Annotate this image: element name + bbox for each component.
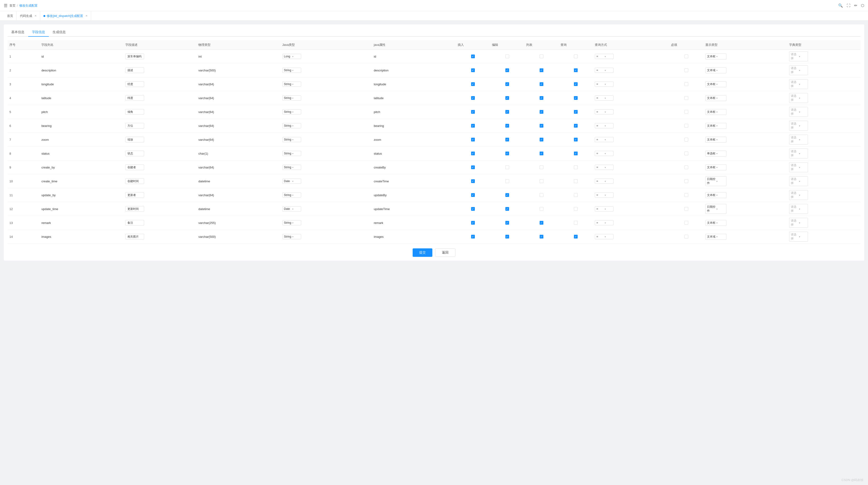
dict-select-wrapper[interactable]: 请选择▾	[789, 65, 808, 75]
dict-select-wrapper[interactable]: 请选择▾	[789, 232, 808, 241]
required-checkbox[interactable]	[684, 235, 688, 238]
edit-checkbox[interactable]	[505, 82, 509, 86]
query-checkbox[interactable]	[574, 221, 578, 225]
required-checkbox[interactable]	[684, 82, 688, 86]
dict-select-wrapper[interactable]: 请选择▾	[789, 204, 808, 214]
query-checkbox[interactable]	[574, 179, 578, 183]
javatype-select-wrapper[interactable]: String▾	[282, 220, 301, 225]
javatype-select-wrapper[interactable]: String▾	[282, 68, 301, 73]
list-checkbox[interactable]	[539, 207, 544, 211]
desc-input[interactable]	[125, 192, 144, 198]
dict-select-wrapper[interactable]: 请选择▾	[789, 135, 808, 144]
list-checkbox[interactable]	[539, 55, 544, 58]
list-checkbox[interactable]	[539, 165, 544, 169]
display-select-wrapper[interactable]: 文本框▾	[705, 123, 726, 129]
search-icon[interactable]: 🔍	[838, 3, 843, 8]
tab-home[interactable]: 首页	[4, 11, 17, 21]
required-checkbox[interactable]	[684, 110, 688, 114]
insert-checkbox[interactable]	[471, 179, 475, 183]
querytype-select-wrapper[interactable]: =▾	[595, 206, 614, 211]
insert-checkbox[interactable]	[471, 221, 475, 225]
dict-select-wrapper[interactable]: 请选择▾	[789, 93, 808, 103]
submit-button[interactable]: 提交	[413, 248, 432, 257]
list-checkbox[interactable]	[539, 235, 544, 238]
display-select-wrapper[interactable]: 日期控件▾	[705, 176, 726, 186]
desc-input[interactable]	[125, 123, 144, 129]
edit-checkbox[interactable]	[505, 165, 509, 169]
querytype-select-wrapper[interactable]: =▾	[595, 54, 614, 59]
insert-checkbox[interactable]	[471, 207, 475, 211]
query-checkbox[interactable]	[574, 138, 578, 141]
dict-select-wrapper[interactable]: 请选择▾	[789, 148, 808, 159]
edit-checkbox[interactable]	[505, 55, 509, 58]
javatype-select-wrapper[interactable]: String▾	[282, 193, 301, 198]
insert-checkbox[interactable]	[471, 110, 475, 114]
required-checkbox[interactable]	[684, 193, 688, 197]
desc-input[interactable]	[125, 165, 144, 170]
edit-checkbox[interactable]	[505, 179, 509, 183]
app-icon[interactable]: ⬡	[861, 3, 864, 8]
settings-icon[interactable]: ✏	[854, 3, 857, 8]
required-checkbox[interactable]	[684, 55, 688, 58]
display-select-wrapper[interactable]: 文本框▾	[705, 81, 726, 87]
javatype-select-wrapper[interactable]: String▾	[282, 165, 301, 170]
desc-input[interactable]	[125, 151, 144, 156]
edit-checkbox[interactable]	[505, 193, 509, 197]
tab-dispatch-config[interactable]: 修改[dd_dispatch]生成配置 ✕	[40, 11, 91, 21]
edit-checkbox[interactable]	[505, 124, 509, 127]
section-tab-basic[interactable]: 基本信息	[7, 28, 28, 37]
javatype-select-wrapper[interactable]: Long▾	[282, 54, 301, 59]
querytype-select-wrapper[interactable]: =▾	[595, 234, 614, 239]
edit-checkbox[interactable]	[505, 68, 509, 72]
dict-select-wrapper[interactable]: 请选择▾	[789, 121, 808, 131]
display-select-wrapper[interactable]: 文本域▾	[705, 67, 726, 73]
required-checkbox[interactable]	[684, 151, 688, 155]
edit-checkbox[interactable]	[505, 235, 509, 238]
required-checkbox[interactable]	[684, 96, 688, 100]
desc-input[interactable]	[125, 178, 144, 184]
display-select-wrapper[interactable]: 文本域▾	[705, 234, 726, 240]
insert-checkbox[interactable]	[471, 96, 475, 100]
javatype-select-wrapper[interactable]: String▾	[282, 151, 301, 156]
dict-select-wrapper[interactable]: 请选择▾	[789, 107, 808, 117]
javatype-select-wrapper[interactable]: String▾	[282, 109, 301, 114]
query-checkbox[interactable]	[574, 151, 578, 155]
section-tab-field[interactable]: 字段信息	[28, 28, 49, 37]
javatype-select-wrapper[interactable]: String▾	[282, 234, 301, 239]
display-select-wrapper[interactable]: 文本框▾	[705, 109, 726, 115]
querytype-select-wrapper[interactable]: =▾	[595, 165, 614, 170]
display-select-wrapper[interactable]: 日期控件▾	[705, 204, 726, 214]
dict-select-wrapper[interactable]: 请选择▾	[789, 218, 808, 228]
dict-select-wrapper[interactable]: 请选择▾	[789, 79, 808, 89]
list-checkbox[interactable]	[539, 151, 544, 155]
querytype-select-wrapper[interactable]: =▾	[595, 178, 614, 184]
display-select-wrapper[interactable]: 文本框▾	[705, 95, 726, 101]
display-select-wrapper[interactable]: 文本框▾	[705, 54, 726, 59]
query-checkbox[interactable]	[574, 82, 578, 86]
querytype-select-wrapper[interactable]: =▾	[595, 220, 614, 225]
query-checkbox[interactable]	[574, 193, 578, 197]
querytype-select-wrapper[interactable]: =▾	[595, 109, 614, 114]
display-select-wrapper[interactable]: 文本框▾	[705, 192, 726, 198]
javatype-select-wrapper[interactable]: String▾	[282, 82, 301, 87]
required-checkbox[interactable]	[684, 221, 688, 225]
desc-input[interactable]	[125, 81, 144, 87]
list-checkbox[interactable]	[539, 124, 544, 127]
javatype-select-wrapper[interactable]: String▾	[282, 123, 301, 128]
querytype-select-wrapper[interactable]: =▾	[595, 68, 614, 73]
required-checkbox[interactable]	[684, 68, 688, 72]
list-checkbox[interactable]	[539, 221, 544, 225]
display-select-wrapper[interactable]: 单选框▾	[705, 151, 726, 156]
list-checkbox[interactable]	[539, 138, 544, 141]
required-checkbox[interactable]	[684, 179, 688, 183]
query-checkbox[interactable]	[574, 55, 578, 58]
query-checkbox[interactable]	[574, 96, 578, 100]
query-checkbox[interactable]	[574, 124, 578, 127]
display-select-wrapper[interactable]: 文本框▾	[705, 165, 726, 170]
back-button[interactable]: 返回	[435, 248, 455, 257]
list-checkbox[interactable]	[539, 82, 544, 86]
section-tab-generate[interactable]: 生成信息	[49, 28, 69, 37]
querytype-select-wrapper[interactable]: =▾	[595, 123, 614, 128]
query-checkbox[interactable]	[574, 68, 578, 72]
desc-input[interactable]	[125, 206, 144, 212]
